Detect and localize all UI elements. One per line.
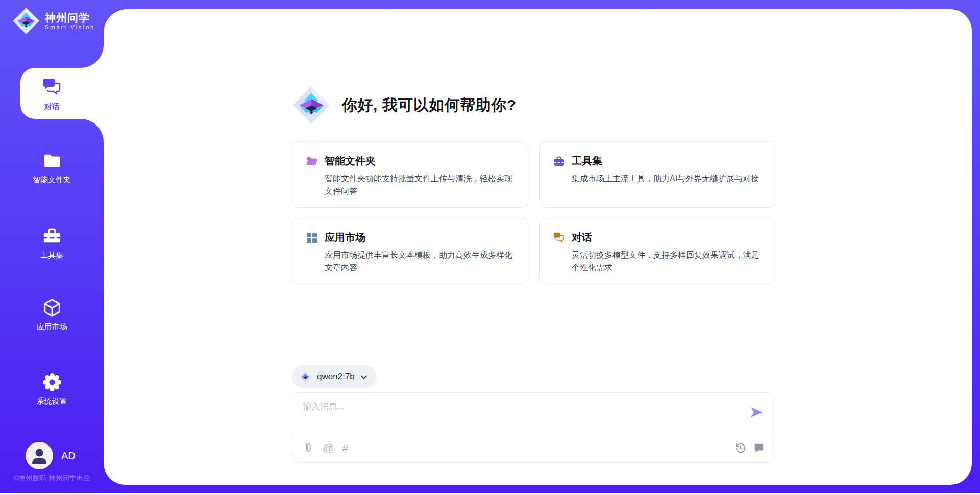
app-root: { "colors": { "accent": "#5B46F0", "side… [0, 0, 980, 495]
chat-icon [42, 77, 62, 97]
history-icon[interactable] [735, 442, 746, 454]
hash-icon[interactable]: # [342, 442, 348, 453]
chevron-down-icon [360, 375, 368, 380]
gear-icon [42, 373, 62, 392]
card-toolset[interactable]: 工具集 集成市场上主流工具，助力AI与外界无缝扩展与对接 [539, 141, 775, 208]
brand-logo[interactable]: 神州问学 Smart Vision [12, 7, 95, 35]
card-desc: 集成市场上主流工具，助力AI与外界无缝扩展与对接 [572, 172, 763, 185]
sidebar-item-chat[interactable]: 对话 [0, 71, 104, 117]
user-name: AD [61, 450, 76, 462]
folder-icon [42, 151, 62, 170]
brand-subtitle: Smart Vision [45, 24, 95, 30]
content-column: 你好, 我可以如何帮助你? 智能文件夹 智能文件夹功能支持批量文件上传与清洗，轻… [292, 9, 775, 485]
card-desc: 应用市场提供丰富长文本模板，助力高效生成多样化文章内容 [325, 249, 516, 275]
cube-icon [42, 298, 62, 317]
card-desc: 智能文件夹功能支持批量文件上传与清洗，轻松实现文件问答 [325, 172, 516, 198]
sidebar: 神州问学 Smart Vision 对话 智能文件夹 工具集 [0, 0, 104, 495]
apps-icon [306, 232, 318, 244]
greeting-title: 你好, 我可以如何帮助你? [342, 95, 517, 116]
sidebar-item-app-market[interactable]: 应用市场 [0, 298, 104, 332]
chat-bubbles-icon [553, 232, 565, 244]
brand-diamond-icon [292, 86, 331, 125]
sidebar-item-label: 应用市场 [37, 322, 67, 332]
folder-open-icon [306, 155, 318, 167]
card-desc: 灵活切换多模型文件，支持多样回复效果调试，满足个性化需求 [572, 249, 763, 275]
message-input-card: @ # [292, 392, 775, 463]
main-content-area: 你好, 我可以如何帮助你? 智能文件夹 智能文件夹功能支持批量文件上传与清洗，轻… [104, 9, 972, 485]
brand-diamond-icon [12, 7, 40, 35]
brand-name: 神州问学 [45, 12, 95, 24]
card-app-market[interactable]: 应用市场 应用市场提供丰富长文本模板，助力高效生成多样化文章内容 [292, 218, 528, 284]
sidebar-item-label: 智能文件夹 [33, 175, 71, 185]
message-input[interactable] [303, 401, 738, 429]
send-icon[interactable] [749, 405, 764, 419]
paperclip-icon[interactable] [303, 442, 314, 454]
model-name: qwen2:7b [317, 372, 355, 382]
model-selector[interactable]: qwen2:7b [292, 365, 377, 388]
toolbox-icon [553, 155, 565, 167]
card-title: 应用市场 [325, 231, 365, 244]
avatar [26, 442, 53, 469]
sidebar-item-label: 工具集 [40, 251, 63, 260]
shortcut-cards: 智能文件夹 智能文件夹功能支持批量文件上传与清洗，轻松实现文件问答 工具集 集成… [292, 141, 775, 284]
card-title: 智能文件夹 [325, 154, 376, 168]
comment-icon[interactable] [753, 442, 765, 454]
card-title: 工具集 [572, 154, 602, 168]
card-chat[interactable]: 对话 灵活切换多模型文件，支持多样回复效果调试，满足个性化需求 [539, 218, 775, 284]
sidebar-item-smart-folder[interactable]: 智能文件夹 [0, 151, 104, 185]
sidebar-item-label: 系统设置 [37, 397, 67, 406]
sidebar-item-settings[interactable]: 系统设置 [0, 373, 104, 406]
user-account[interactable]: AD [26, 442, 76, 469]
card-title: 对话 [572, 231, 592, 244]
greeting-row: 你好, 我可以如何帮助你? [292, 86, 517, 125]
sidebar-item-label: 对话 [44, 102, 60, 112]
card-smart-folder[interactable]: 智能文件夹 智能文件夹功能支持批量文件上传与清洗，轻松实现文件问答 [292, 141, 528, 208]
toolbox-icon [42, 227, 62, 246]
brand-diamond-icon [299, 370, 311, 383]
mention-icon[interactable]: @ [323, 442, 333, 453]
sidebar-footer: ©神州数码·神州问学出品 [0, 474, 104, 483]
sidebar-item-toolset[interactable]: 工具集 [0, 227, 104, 260]
input-toolbar: @ # [303, 433, 765, 462]
